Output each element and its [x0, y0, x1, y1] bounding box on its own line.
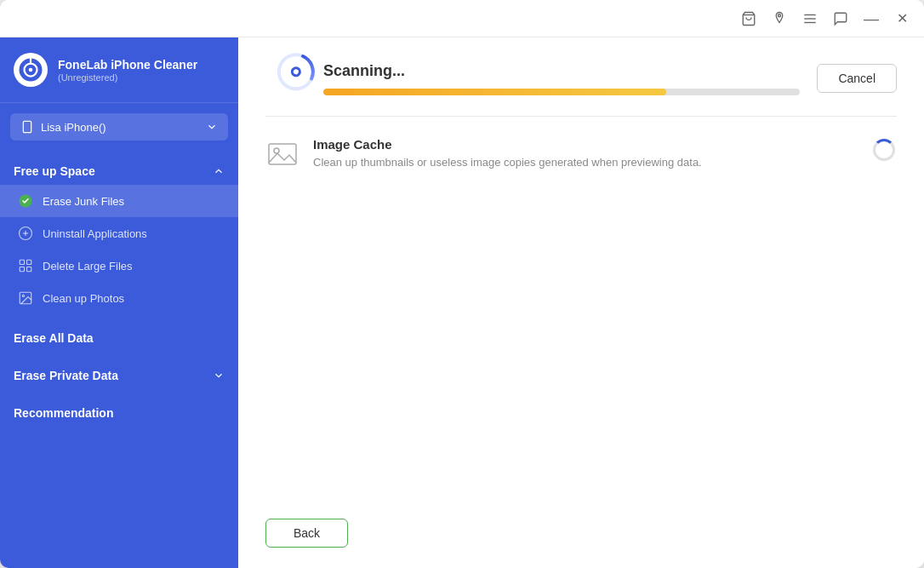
svg-point-20 [22, 295, 24, 296]
title-bar: — ✕ [0, 0, 924, 37]
chat-icon[interactable] [832, 10, 849, 27]
svg-point-25 [274, 148, 279, 153]
delete-large-label: Delete Large Files [43, 260, 133, 273]
section-header-free-up-space[interactable]: Free up Space [0, 154, 238, 185]
section-header-recommendation[interactable]: Recommendation [0, 396, 238, 427]
app-header: FoneLab iPhone Cleaner (Unregistered) [0, 37, 238, 103]
device-selector[interactable]: Lisa iPhone() [10, 113, 228, 141]
scanning-info: Scanning... [323, 62, 800, 95]
cache-desc: Clean up thumbnails or useless image cop… [313, 155, 858, 170]
scanning-orbit-icon [265, 58, 306, 99]
app-name: FoneLab iPhone Cleaner [58, 57, 197, 72]
close-button[interactable]: ✕ [893, 10, 910, 27]
pin-icon[interactable] [771, 10, 788, 27]
delete-large-icon [17, 257, 34, 274]
clean-photos-icon [17, 290, 34, 307]
section-title-free-up-space: Free up Space [14, 164, 95, 178]
cache-title: Image Cache [313, 137, 858, 152]
menu-icon[interactable] [801, 10, 818, 27]
section-header-erase-private[interactable]: Erase Private Data [0, 359, 238, 389]
app-title-block: FoneLab iPhone Cleaner (Unregistered) [58, 57, 197, 83]
svg-rect-16 [27, 260, 31, 264]
erase-junk-icon [17, 192, 34, 209]
section-erase-all: Erase All Data [0, 318, 238, 355]
sidebar-item-erase-junk[interactable]: Erase Junk Files [0, 185, 238, 217]
clean-photos-label: Clean up Photos [43, 292, 124, 305]
divider [265, 116, 897, 117]
device-selector-left: Lisa iPhone() [20, 120, 106, 134]
progress-bar-fill [323, 89, 666, 95]
back-button[interactable]: Back [265, 519, 348, 548]
cart-icon[interactable] [740, 10, 757, 27]
scanning-section: Scanning... Cancel [265, 58, 897, 99]
uninstall-apps-icon [17, 225, 34, 242]
svg-rect-24 [269, 144, 296, 164]
sidebar-item-uninstall-apps[interactable]: Uninstall Applications [0, 217, 238, 250]
title-bar-controls: — ✕ [740, 10, 910, 27]
minimize-button[interactable]: — [863, 10, 880, 27]
chevron-down-icon [206, 121, 218, 133]
cache-info: Image Cache Clean up thumbnails or usele… [313, 137, 858, 170]
section-free-up-space: Free up Space Erase Junk Files [0, 151, 238, 318]
section-title-recommendation: Recommendation [14, 406, 113, 420]
section-recommendation: Recommendation [0, 393, 238, 430]
loading-spinner [871, 137, 897, 163]
chevron-down-private-icon [213, 370, 225, 382]
cache-item: Image Cache Clean up thumbnails or usele… [265, 137, 897, 171]
app-subtitle: (Unregistered) [58, 72, 197, 83]
svg-rect-17 [20, 267, 24, 272]
phone-icon [20, 120, 34, 134]
svg-point-7 [29, 68, 33, 72]
app-window: — ✕ FoneLab iPhone Cleaner (Unre [0, 0, 924, 568]
app-logo [14, 53, 48, 87]
progress-bar-track [323, 89, 800, 95]
sidebar: FoneLab iPhone Cleaner (Unregistered) Li… [0, 37, 238, 568]
section-header-erase-all[interactable]: Erase All Data [0, 321, 238, 352]
svg-rect-15 [20, 260, 24, 264]
chevron-up-icon [213, 165, 225, 177]
scanning-label: Scanning... [323, 62, 800, 80]
section-title-erase-private: Erase Private Data [14, 369, 118, 382]
section-erase-private: Erase Private Data [0, 355, 238, 393]
sidebar-item-delete-large[interactable]: Delete Large Files [0, 250, 238, 282]
device-name: Lisa iPhone() [41, 121, 106, 134]
erase-junk-label: Erase Junk Files [43, 195, 124, 208]
svg-rect-9 [23, 121, 31, 132]
section-title-erase-all: Erase All Data [14, 331, 94, 345]
content-panel: Scanning... Cancel [238, 37, 924, 568]
image-cache-icon [265, 137, 299, 171]
svg-point-1 [779, 14, 781, 16]
uninstall-apps-label: Uninstall Applications [43, 227, 147, 240]
sidebar-item-clean-photos[interactable]: Clean up Photos [0, 282, 238, 314]
cancel-button[interactable]: Cancel [817, 64, 897, 93]
svg-rect-18 [27, 267, 31, 272]
spinner-ring [873, 139, 895, 161]
main-content: FoneLab iPhone Cleaner (Unregistered) Li… [0, 37, 924, 568]
